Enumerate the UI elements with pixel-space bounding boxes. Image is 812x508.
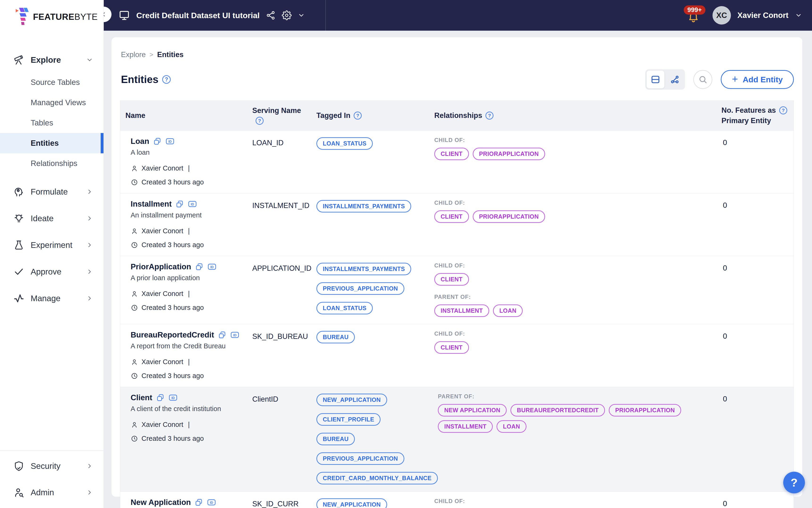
- user-avatar[interactable]: XC: [713, 6, 731, 25]
- header-relationships: Relationships ?: [434, 111, 721, 120]
- breadcrumb-separator: >: [149, 51, 153, 58]
- help-question-icon[interactable]: ?: [486, 112, 493, 120]
- sidebar-item-entities[interactable]: Entities: [0, 133, 103, 153]
- help-question-icon[interactable]: ?: [354, 112, 362, 120]
- table-row[interactable]: BureauReportedCredit ID A report from th…: [120, 324, 794, 387]
- entity-created: Created 3 hours ago: [141, 372, 204, 380]
- relationship-group-label: CHILD OF:: [434, 498, 714, 504]
- features-count: 0: [721, 262, 791, 272]
- header-name: Name: [120, 111, 252, 120]
- tag-pill: INSTALLMENTS_PAYMENTS: [316, 263, 411, 275]
- table-row[interactable]: Installment ID An installment payment Xa…: [120, 193, 794, 256]
- copy-icon[interactable]: [175, 200, 184, 208]
- features-count: 0: [721, 498, 791, 508]
- header-features-line2: Primary Entity: [721, 117, 771, 125]
- relationships-cell: CHILD OF:CLIENTPRIORAPPLICATION: [434, 137, 721, 160]
- sidebar-item-tables[interactable]: Tables: [0, 113, 103, 133]
- copy-icon[interactable]: [218, 331, 226, 339]
- id-badge-icon[interactable]: ID: [207, 262, 217, 271]
- help-question-icon[interactable]: ?: [779, 107, 787, 114]
- relationship-pills: CLIENT: [434, 273, 714, 286]
- topbar: Credit Default Dataset UI tutorial 999+ …: [104, 0, 812, 31]
- header-features-line1: No. Features as: [721, 106, 776, 115]
- tag-pill: NEW_APPLICATION: [316, 394, 387, 406]
- tag-pill: LOAN_STATUS: [316, 137, 373, 150]
- relationship-group: CHILD OF:CLIENT: [434, 330, 714, 354]
- search-button[interactable]: [693, 70, 712, 89]
- brand-secondary: BYTE: [74, 12, 98, 22]
- table-row[interactable]: New Application ID A new loan applicatio…: [120, 492, 794, 508]
- chevron-right-icon: [86, 268, 93, 275]
- table-row[interactable]: Client ID A client of the credit institu…: [120, 387, 794, 492]
- entity-name: Installment: [131, 200, 172, 209]
- owner-separator: |: [188, 164, 190, 172]
- entity-owner: Xavier Conort: [141, 227, 183, 235]
- sidebar-item-security[interactable]: Security: [0, 453, 103, 479]
- sidebar-item-formulate[interactable]: Formulate: [0, 178, 103, 205]
- table-view-toggle[interactable]: [646, 71, 664, 88]
- notifications-button[interactable]: 999+: [687, 9, 701, 22]
- sidebar-item-experiment[interactable]: Experiment: [0, 231, 103, 258]
- sidebar-item-label: Manage: [31, 294, 86, 303]
- tag-pill: CLIENT_PROFILE: [316, 413, 380, 426]
- breadcrumb: Explore > Entities: [120, 37, 794, 59]
- chevron-down-icon[interactable]: [298, 12, 305, 19]
- tagged-in-list: NEW_APPLICATION: [316, 498, 434, 508]
- copy-icon[interactable]: [195, 262, 204, 271]
- help-fab-button[interactable]: ?: [783, 472, 805, 493]
- help-question-icon[interactable]: ?: [162, 75, 171, 84]
- add-entity-button[interactable]: + Add Entity: [721, 70, 794, 89]
- share-icon[interactable]: [266, 10, 276, 20]
- header-features: No. Features as ? Primary Entity: [721, 106, 791, 125]
- chevron-right-icon: [86, 242, 93, 249]
- breadcrumb-parent[interactable]: Explore: [121, 50, 146, 59]
- relationship-pill: BUREAUREPORTEDCREDIT: [510, 404, 605, 417]
- id-badge-icon[interactable]: ID: [207, 498, 216, 507]
- activity-icon: [13, 293, 25, 304]
- sidebar-item-manage[interactable]: Manage: [0, 285, 103, 311]
- id-badge-icon[interactable]: ID: [230, 331, 239, 339]
- chevron-right-icon: [86, 489, 93, 496]
- sidebar-item-relationships[interactable]: Relationships: [0, 153, 103, 174]
- sidebar-item-managed-views[interactable]: Managed Views: [0, 92, 103, 113]
- clock-icon: [131, 178, 138, 186]
- clock-icon: [131, 241, 138, 249]
- graph-view-toggle[interactable]: [666, 71, 684, 88]
- id-badge-icon[interactable]: ID: [165, 137, 175, 145]
- copy-icon[interactable]: [194, 498, 203, 507]
- relationships-cell: CHILD OF:CLIENTPRIORAPPLICATION: [434, 200, 721, 223]
- tagged-in-list: INSTALLMENTS_PAYMENTSPREVIOUS_APPLICATIO…: [316, 262, 434, 314]
- sidebar-item-approve[interactable]: Approve: [0, 258, 103, 285]
- sidebar-item-explore[interactable]: Explore: [0, 48, 103, 72]
- relationship-pill: LOAN: [493, 304, 523, 317]
- table-row[interactable]: PriorApplication ID A prior loan applica…: [120, 256, 794, 324]
- table-row[interactable]: Loan ID A loan Xavier Conort |: [120, 130, 794, 193]
- svg-text:ID: ID: [168, 140, 172, 143]
- relationship-group: PARENT OF:NEW APPLICATIONBUREAUREPORTEDC…: [438, 393, 714, 433]
- user-search-icon: [13, 487, 25, 498]
- topbar-divider: [325, 0, 326, 31]
- sidebar-item-admin[interactable]: Admin: [0, 479, 103, 506]
- copy-icon[interactable]: [156, 393, 165, 402]
- table-body: Loan ID A loan Xavier Conort |: [120, 130, 794, 508]
- relationship-pill: CLIENT: [434, 341, 469, 354]
- gear-icon[interactable]: [282, 10, 291, 20]
- relationship-pill: INSTALLMENT: [434, 304, 489, 317]
- help-question-icon[interactable]: ?: [256, 117, 264, 125]
- id-badge-icon[interactable]: ID: [188, 200, 197, 208]
- brand-logo[interactable]: FEATUREBYTE: [0, 0, 103, 28]
- header-tagged-in-label: Tagged In: [316, 111, 350, 120]
- copy-icon[interactable]: [153, 137, 162, 145]
- relationship-pill: PRIORAPPLICATION: [473, 210, 545, 223]
- relationship-pill: LOAN: [497, 420, 526, 433]
- id-badge-icon[interactable]: ID: [168, 393, 178, 402]
- relationship-group: CHILD OF:CLIENTPRIORAPPLICATION: [434, 137, 714, 160]
- sidebar-item-source-tables[interactable]: Source Tables: [0, 72, 103, 92]
- sidebar-item-ideate[interactable]: Ideate: [0, 205, 103, 231]
- shield-check-icon: [13, 460, 25, 472]
- chevron-down-icon[interactable]: [795, 12, 802, 19]
- relationship-group-label: CHILD OF:: [434, 330, 714, 337]
- tag-pill: INSTALLMENTS_PAYMENTS: [316, 200, 411, 212]
- owner-separator: |: [188, 421, 190, 428]
- relationship-group-label: CHILD OF:: [434, 262, 714, 269]
